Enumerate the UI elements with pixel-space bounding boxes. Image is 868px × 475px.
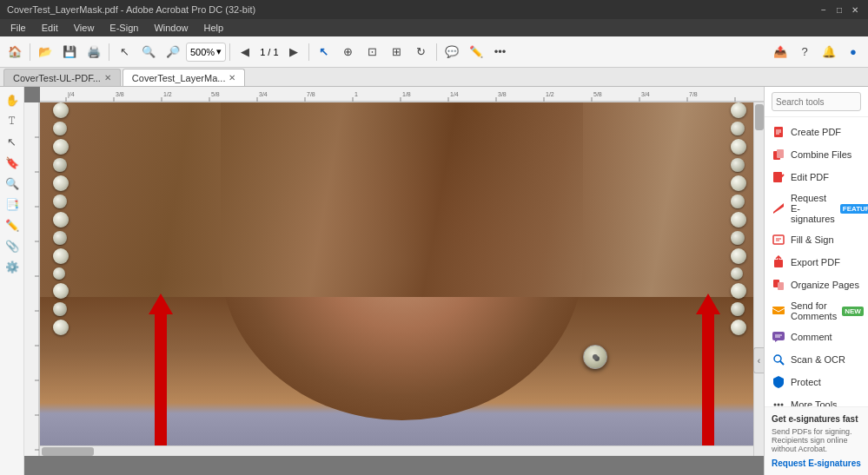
panel-toggle-button[interactable]: ‹ bbox=[753, 347, 764, 373]
toolbar-fit-page[interactable]: ⊞ bbox=[386, 41, 408, 63]
close-button[interactable]: ✕ bbox=[849, 3, 861, 16]
more-tools-label: More Tools bbox=[791, 399, 838, 406]
svg-text:3/4: 3/4 bbox=[641, 91, 650, 97]
export-pdf-icon bbox=[772, 255, 785, 269]
menu-window[interactable]: Window bbox=[147, 21, 195, 35]
promo-banner: Get e-signatures fast Send PDFs for sign… bbox=[765, 406, 868, 475]
tool-item-organize-pages[interactable]: Organize Pages bbox=[765, 274, 868, 296]
svg-text:7/8: 7/8 bbox=[689, 91, 698, 97]
toolbar-cursor[interactable]: ↖ bbox=[113, 41, 136, 63]
tab-0-close[interactable]: ✕ bbox=[104, 73, 111, 82]
page-num: 1 / 1 bbox=[258, 47, 280, 57]
svg-text:3/4: 3/4 bbox=[259, 91, 268, 97]
toolbar-save[interactable]: 💾 bbox=[58, 41, 81, 63]
toolbar-fit-width[interactable]: ⊡ bbox=[361, 41, 384, 63]
svg-rect-52 bbox=[773, 235, 784, 244]
toolbar-highlight[interactable]: ✏️ bbox=[465, 41, 487, 63]
tool-item-more-tools[interactable]: More Tools bbox=[765, 393, 868, 406]
create-pdf-icon bbox=[772, 125, 785, 139]
toolbar-marquee-zoom[interactable]: ⊕ bbox=[337, 41, 360, 63]
toolbar-user[interactable]: ● bbox=[842, 41, 865, 63]
tool-select-text[interactable]: 𝚃 bbox=[3, 111, 22, 130]
send-comments-badge: NEW bbox=[842, 307, 864, 316]
svg-text:3/8: 3/8 bbox=[498, 91, 507, 97]
svg-rect-59 bbox=[772, 332, 785, 340]
scan-ocr-icon bbox=[772, 353, 785, 366]
edit-pdf-icon bbox=[772, 170, 785, 184]
tool-search[interactable]: 🔍 bbox=[3, 174, 22, 193]
tab-0[interactable]: CoverTest-UL-PDF... ✕ bbox=[3, 69, 121, 86]
tool-hand[interactable]: ✋ bbox=[3, 90, 22, 109]
sep2 bbox=[109, 43, 109, 61]
send-comments-label: Send for Comments bbox=[791, 300, 837, 321]
sep4 bbox=[308, 43, 309, 61]
tool-item-request-esign[interactable]: Request E-signaturesFEATURED bbox=[765, 188, 868, 228]
app-title: CoverTest_LayerMask.pdf - Adobe Acrobat … bbox=[7, 4, 255, 15]
toolbar-comment[interactable]: 💬 bbox=[441, 41, 463, 63]
combine-files-icon bbox=[772, 148, 785, 162]
tab-1-close[interactable]: ✕ bbox=[229, 73, 235, 82]
tab-bar: CoverTest-UL-PDF... ✕ CoverTest_LayerMa.… bbox=[0, 68, 868, 87]
zoom-dropdown-icon[interactable]: ▾ bbox=[216, 46, 222, 57]
svg-text:1/2: 1/2 bbox=[163, 91, 172, 97]
tool-pen[interactable]: ✏️ bbox=[3, 215, 22, 234]
scan-ocr-label: Scan & OCR bbox=[791, 354, 845, 365]
minimize-button[interactable]: − bbox=[818, 3, 830, 16]
tool-bookmark[interactable]: 🔖 bbox=[3, 153, 22, 172]
sep5 bbox=[436, 43, 437, 61]
menu-edit[interactable]: Edit bbox=[35, 21, 65, 35]
tool-item-fill-sign[interactable]: Fill & Sign bbox=[765, 228, 868, 251]
menu-view[interactable]: View bbox=[67, 21, 102, 35]
maximize-button[interactable]: □ bbox=[833, 3, 845, 16]
toolbar-zoom-out[interactable]: 🔎 bbox=[162, 41, 184, 63]
promo-cta-button[interactable]: Request E-signatures bbox=[772, 459, 861, 468]
tool-item-protect[interactable]: Protect bbox=[765, 371, 868, 393]
tool-properties[interactable]: ⚙️ bbox=[3, 257, 22, 276]
toolbar-prev-page[interactable]: ◀ bbox=[234, 41, 256, 63]
promo-title: Get e-signatures fast bbox=[772, 414, 861, 424]
right-tools-panel: Create PDFCombine FilesEdit PDFRequest E… bbox=[764, 87, 868, 475]
pdf-canvas bbox=[40, 102, 764, 456]
tab-0-label: CoverTest-UL-PDF... bbox=[13, 73, 101, 83]
svg-text:5/8: 5/8 bbox=[211, 91, 220, 97]
svg-text:|/4: |/4 bbox=[68, 91, 75, 98]
sep1 bbox=[30, 43, 30, 61]
ruler-horizontal: |/4 3/8 1/2 5/8 3/4 7/8 1 1/8 1/ bbox=[40, 87, 764, 102]
tool-cursor[interactable]: ↖ bbox=[3, 132, 22, 151]
menu-file[interactable]: File bbox=[3, 21, 33, 35]
toolbar-print[interactable]: 🖨️ bbox=[83, 41, 105, 63]
toolbar-share[interactable]: 📤 bbox=[769, 41, 792, 63]
menu-esign[interactable]: E-Sign bbox=[103, 21, 145, 35]
tool-item-export-pdf[interactable]: Export PDF bbox=[765, 251, 868, 274]
toolbar-next-page[interactable]: ▶ bbox=[282, 41, 305, 63]
svg-text:3/8: 3/8 bbox=[116, 91, 124, 97]
combine-files-label: Combine Files bbox=[791, 149, 851, 160]
toolbar-more[interactable]: ••• bbox=[489, 41, 512, 63]
title-bar: CoverTest_LayerMask.pdf - Adobe Acrobat … bbox=[0, 0, 868, 19]
svg-text:1/8: 1/8 bbox=[402, 91, 411, 97]
tab-1[interactable]: CoverTest_LayerMa... ✕ bbox=[123, 69, 246, 86]
tool-item-create-pdf[interactable]: Create PDF bbox=[765, 121, 868, 143]
tool-item-scan-ocr[interactable]: Scan & OCR bbox=[765, 348, 868, 371]
tools-search-input[interactable] bbox=[772, 92, 861, 111]
toolbar-zoom-in[interactable]: 🔍 bbox=[137, 41, 160, 63]
request-esign-badge: FEATURED bbox=[840, 204, 868, 214]
tool-attachments[interactable]: 📎 bbox=[3, 236, 22, 255]
menu-help[interactable]: Help bbox=[197, 21, 231, 35]
toolbar-help[interactable]: ? bbox=[793, 41, 816, 63]
svg-rect-58 bbox=[772, 307, 785, 314]
tool-item-edit-pdf[interactable]: Edit PDF bbox=[765, 166, 868, 188]
svg-text:1: 1 bbox=[354, 91, 358, 97]
tool-item-combine-files[interactable]: Combine Files bbox=[765, 143, 868, 166]
comment-label: Comment bbox=[791, 332, 832, 342]
toolbar-rotate[interactable]: ↻ bbox=[410, 41, 433, 63]
toolbar-open[interactable]: 📂 bbox=[34, 41, 56, 63]
promo-text: Send PDFs for signing. Recipients sign o… bbox=[772, 427, 861, 453]
tool-item-comment[interactable]: Comment bbox=[765, 326, 868, 348]
svg-line-63 bbox=[780, 361, 784, 365]
tool-item-send-comments[interactable]: Send for CommentsNEW bbox=[765, 296, 868, 326]
toolbar-select[interactable]: ↖ bbox=[313, 41, 335, 63]
tool-layers[interactable]: 📑 bbox=[3, 195, 22, 214]
toolbar-alert[interactable]: 🔔 bbox=[818, 41, 840, 63]
toolbar-new[interactable]: 🏠 bbox=[3, 41, 26, 63]
